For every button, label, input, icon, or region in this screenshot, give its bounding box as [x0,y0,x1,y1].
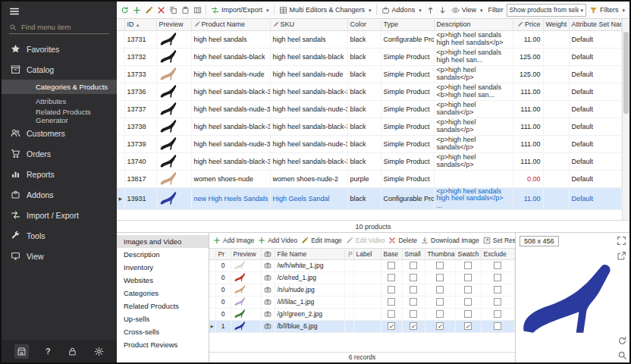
image-row[interactable]: 0 /g/r/green_2.jpg [209,308,515,320]
header-preview[interactable]: Preview [156,19,191,30]
thumbnail-checkbox[interactable] [436,262,444,269]
edit-video-button[interactable]: Edit Video [346,237,385,244]
detail-tab[interactable]: Description [117,248,209,261]
grid-scrollbar[interactable] [622,19,629,220]
base-checkbox[interactable] [388,310,395,318]
menu-button[interactable] [9,6,20,17]
detail-tab[interactable]: Images and Video [117,235,209,248]
fullscreen-button[interactable] [617,236,626,246]
exclude-checkbox[interactable] [494,298,501,306]
sidebar-item[interactable]: Categories & Products [2,80,117,94]
exclude-checkbox[interactable] [494,286,501,293]
import-export-menu[interactable]: Import/Export▾ [209,5,272,16]
detail-tab[interactable]: Categories [117,287,209,300]
header-small[interactable]: Small [402,249,425,259]
image-row[interactable]: ▶ 1 /b/l/blue_6.jpg ✓ ✓ ✓ [209,320,515,332]
sidebar-item[interactable]: Favorites [2,39,117,59]
lock-button[interactable] [67,347,77,356]
delete-product-button[interactable] [155,5,167,16]
base-checkbox[interactable] [388,298,395,306]
sort-asc-button[interactable] [425,5,436,16]
thumbnail-checkbox[interactable] [436,310,444,318]
product-row[interactable]: ▶ 13931 new High Heels Sandals High Geel… [117,187,622,210]
header-description[interactable]: Description [434,19,513,30]
sidebar-item[interactable]: View [2,246,117,266]
header-flag[interactable] [344,249,353,259]
image-row[interactable]: 0 /n/u/nude.jpg [209,284,515,296]
header-type[interactable]: Type [381,19,434,30]
sidebar-item[interactable]: Related Products Generator [2,108,117,123]
product-row[interactable]: 13736 high heel sandals-black-36 high he… [117,83,622,100]
set-resize-rule-button[interactable]: Set Resize Rule [483,237,515,244]
store-button[interactable] [14,344,29,359]
header-image-preview[interactable]: Preview [231,249,261,259]
add-video-button[interactable]: Add Video [258,237,297,244]
thumbnail-checkbox[interactable]: ✓ [436,322,444,330]
columns-button[interactable] [192,5,203,16]
swatch-checkbox[interactable] [464,262,472,269]
sidebar-item[interactable]: Tools [2,225,117,246]
addons-menu[interactable]: Addons▾ [379,5,424,16]
swatch-checkbox[interactable] [464,286,472,293]
menu-search-input[interactable] [21,23,97,31]
sidebar-item[interactable]: Customers [2,123,117,143]
open-external-button[interactable] [617,251,626,261]
product-row[interactable]: 13731 high heel sandals high heel sandal… [117,30,622,48]
edit-product-button[interactable] [143,5,155,16]
header-color[interactable]: Color [347,19,381,30]
header-swatch[interactable]: Swatch [455,249,481,259]
exclude-checkbox[interactable] [494,310,501,318]
sidebar-item[interactable]: Orders [2,143,117,164]
sidebar-item[interactable]: Catalog [2,59,117,80]
zoom-button[interactable] [617,350,627,360]
header-attribute-set[interactable]: Attribute Set Name [569,19,622,30]
detail-tab[interactable]: Cross-sells [117,325,209,338]
header-product-name[interactable]: Product Name [191,19,270,30]
image-size-field[interactable]: 508 x 456 [520,236,559,246]
base-checkbox[interactable] [388,274,395,281]
header-thumbnail[interactable]: Thumbna [425,249,455,259]
small-checkbox[interactable] [410,262,417,269]
detail-tab[interactable]: Inventory [117,261,209,274]
small-checkbox[interactable] [410,274,417,281]
header-camera[interactable] [261,249,275,259]
copy-button[interactable] [168,5,179,16]
exclude-checkbox[interactable] [494,322,501,330]
header-label[interactable]: Label [353,249,381,259]
product-row[interactable]: 13740 high heel sandals-black-38 high he… [117,152,622,170]
refresh-preview-button[interactable] [617,336,627,346]
header-weight[interactable]: Weight [543,19,569,30]
swatch-checkbox[interactable] [464,298,472,306]
header-file-name[interactable]: File Name [275,249,344,259]
base-checkbox[interactable]: ✓ [388,322,395,330]
swatch-checkbox[interactable]: ✓ [464,322,472,330]
header-exclude[interactable]: Exclude [481,249,515,259]
sidebar-item[interactable]: Import / Export [2,205,117,225]
help-button[interactable]: ? [46,347,51,356]
product-row[interactable]: 13733 high heel sandals-nude high heel s… [117,65,622,83]
sidebar-item[interactable]: Reports [2,164,117,184]
product-row[interactable]: 13738 high heel sandals-black-37 high he… [117,118,622,135]
small-checkbox[interactable] [410,298,417,306]
product-row[interactable]: 13739 high heel sandals-nude-37 high hee… [117,135,622,152]
sidebar-item[interactable]: Attributes [2,94,117,108]
scrollbar-thumb[interactable] [623,32,629,114]
category-filter-select[interactable]: Show products from selected categories ▾ [507,4,586,17]
sidebar-item[interactable]: Addons [2,184,117,205]
view-menu[interactable]: View▾ [449,5,485,16]
swatch-checkbox[interactable] [464,274,472,281]
exclude-checkbox[interactable] [494,262,501,269]
thumbnail-checkbox[interactable] [436,298,444,306]
header-id[interactable]: ID▲ [124,19,156,30]
thumbnail-checkbox[interactable] [436,274,444,281]
image-row[interactable]: 0 /i/l/lilac_1.jpg [209,296,515,308]
swatch-checkbox[interactable] [464,310,472,318]
product-row[interactable]: 13817 women shoes-nude women shoes-nude-… [117,170,622,187]
download-image-button[interactable]: Download Image [421,237,479,244]
multi-editors-menu[interactable]: Multi Editors & Changers▾ [277,5,374,16]
detail-tab[interactable]: Up-sells [117,312,209,325]
small-checkbox[interactable] [410,286,417,293]
header-base[interactable]: Base [381,249,402,259]
settings-button[interactable] [94,347,104,356]
refresh-button[interactable] [119,5,130,16]
